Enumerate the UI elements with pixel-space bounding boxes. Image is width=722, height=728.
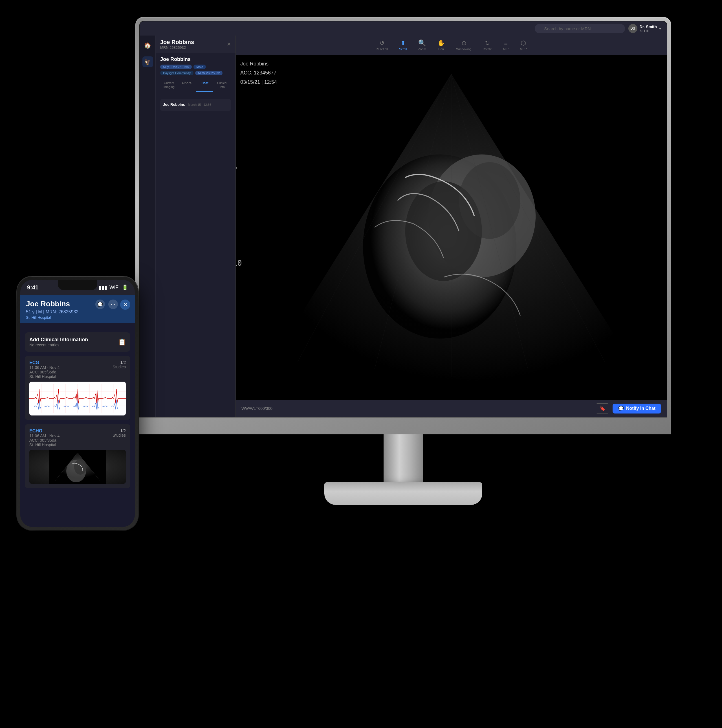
close-icon: ✕ bbox=[123, 301, 127, 308]
tool-windowing-label: Windowing bbox=[456, 47, 471, 51]
tab-priors[interactable]: Priors bbox=[178, 78, 196, 92]
panel-mrn: MRN 26825932 bbox=[160, 46, 194, 50]
echo-section[interactable]: ECHO 11:06 AM · Nov 4 ACC: 005f35da St. … bbox=[25, 424, 130, 488]
patient-full-name: Joe Robbins bbox=[160, 57, 231, 62]
ecg-count-label: Studies bbox=[113, 365, 126, 369]
windowing-icon: ⊙ bbox=[461, 40, 467, 47]
monitor-stand-neck bbox=[384, 434, 423, 485]
user-info: Dr. Smith St. Hill bbox=[639, 24, 657, 32]
pan-icon: ✋ bbox=[437, 40, 445, 47]
wifi-icon: WiFi bbox=[109, 284, 119, 291]
tool-rotate[interactable]: ↻ Rotate bbox=[483, 40, 492, 51]
patient-detail-section: Joe Robbins 51 y · Dec 28 1970 Male Dayl… bbox=[156, 53, 236, 96]
user-name: Dr. Smith bbox=[639, 24, 657, 29]
scroll-icon: ⬆ bbox=[401, 40, 405, 47]
tool-mip-label: MIP bbox=[503, 47, 509, 51]
wl-value: WW/WL=600/300 bbox=[242, 406, 272, 411]
svg-point-4 bbox=[459, 162, 520, 239]
monitor-stand-base bbox=[324, 482, 482, 505]
header-action-icons: 💬 ⋯ bbox=[95, 300, 118, 309]
tool-pan[interactable]: ✋ Pan bbox=[437, 40, 445, 51]
panel-patient-name: Joe Robbins bbox=[160, 39, 194, 46]
clipboard-icon: 📋 bbox=[118, 338, 126, 346]
mrn-badge: MRN 26825932 bbox=[195, 71, 223, 75]
chat-icon[interactable]: 💬 bbox=[95, 300, 105, 309]
phone-body: 9:41 ▮▮▮ WiFi 🔋 Joe Robbins 51 y | M | M… bbox=[17, 277, 138, 530]
chat-section: Joe Robbins March 15 · 12:36 bbox=[156, 96, 236, 116]
nav-imaging-icon[interactable]: 🦅 bbox=[142, 57, 153, 67]
zoom-icon: 🔍 bbox=[418, 40, 426, 47]
tool-windowing[interactable]: ⊙ Windowing bbox=[456, 40, 471, 51]
overlay-patient-name: Joe Robbins bbox=[240, 59, 277, 68]
avatar: DS bbox=[629, 24, 637, 33]
monitor-bezel: 🔍 Search by name or MRN DS Dr. Smith St.… bbox=[139, 21, 667, 418]
tool-zoom-label: Zoom bbox=[418, 47, 426, 51]
chevron-down-icon: ▾ bbox=[659, 26, 661, 31]
clinical-section[interactable]: Add Clinical Information No recent entri… bbox=[25, 332, 130, 352]
nav-home-icon[interactable]: 🏠 bbox=[142, 40, 153, 51]
panel-tabs: CurrentImaging Priors Chat ClinicalInfo bbox=[160, 78, 231, 92]
search-placeholder: Search by name or MRN bbox=[544, 26, 591, 31]
echo-thumbnail bbox=[29, 450, 126, 484]
ecg-acc: ACC: 005f35da bbox=[29, 370, 60, 374]
tool-reset-label: Reset all bbox=[376, 47, 388, 51]
panel-header: Joe Robbins MRN 26825932 ✕ bbox=[156, 35, 236, 53]
phone-status-icons: ▮▮▮ WiFi 🔋 bbox=[99, 284, 128, 291]
mpr-icon: ⬡ bbox=[521, 40, 526, 47]
tool-mip[interactable]: ≡ MIP bbox=[503, 40, 509, 51]
tool-rotate-label: Rotate bbox=[483, 47, 492, 51]
action-buttons: 🔖 💬 Notify in Chat bbox=[596, 403, 661, 413]
tool-scroll[interactable]: ⬆ Scroll bbox=[399, 40, 407, 51]
phone-time: 9:41 bbox=[27, 284, 38, 291]
tab-chat[interactable]: Chat bbox=[196, 78, 214, 92]
search-bar[interactable]: Search by name or MRN bbox=[535, 24, 625, 33]
phone: 9:41 ▮▮▮ WiFi 🔋 Joe Robbins 51 y | M | M… bbox=[17, 277, 138, 530]
ecg-count: 1/2 bbox=[113, 360, 126, 365]
signal-icon: ▮▮▮ bbox=[99, 284, 107, 291]
more-icon[interactable]: ⋯ bbox=[108, 300, 118, 309]
tool-mpr[interactable]: ⬡ MPR bbox=[520, 40, 526, 51]
bottom-bar: WW/WL=600/300 🔖 💬 Notify in Chat bbox=[236, 400, 667, 417]
phone-hospital: St. Hill Hospital bbox=[26, 315, 129, 320]
gender-badge: Male bbox=[193, 64, 206, 69]
user-badge[interactable]: DS Dr. Smith St. Hill ▾ bbox=[629, 24, 661, 33]
echo-thumb-svg bbox=[29, 450, 126, 484]
notify-in-chat-button[interactable]: 💬 Notify in Chat bbox=[613, 404, 661, 413]
user-location: St. Hill bbox=[639, 29, 657, 32]
phone-notch bbox=[58, 280, 97, 290]
badge-row-1: 51 y · Dec 28 1970 Male bbox=[160, 64, 231, 69]
svg-text:10: 10 bbox=[236, 258, 242, 268]
tool-scroll-label: Scroll bbox=[399, 47, 407, 51]
phone-patient-detail: 51 y | M | MRN: 26825932 bbox=[26, 309, 129, 315]
close-panel-button[interactable]: ✕ bbox=[227, 41, 231, 47]
echo-type: ECHO bbox=[29, 428, 60, 434]
side-nav: 🏠 🦅 bbox=[140, 35, 156, 417]
age-badge: 51 y · Dec 28 1970 bbox=[160, 64, 192, 69]
echo-visualization: 5 10 bbox=[236, 55, 667, 400]
tool-pan-label: Pan bbox=[438, 47, 444, 51]
battery-icon: 🔋 bbox=[122, 284, 128, 291]
overlay-date: 03/15/21 | 12:54 bbox=[240, 78, 277, 87]
tab-current-imaging[interactable]: CurrentImaging bbox=[160, 78, 178, 92]
echo-hospital: St. Hill Hospital bbox=[29, 442, 60, 447]
phone-header: Joe Robbins 51 y | M | MRN: 26825932 St.… bbox=[20, 295, 135, 323]
svg-text:5: 5 bbox=[236, 163, 237, 171]
ecg-study-row: ECG 11:06 AM · Nov 4 ACC: 005f35da St. H… bbox=[29, 360, 126, 379]
close-button[interactable]: ✕ bbox=[120, 300, 130, 310]
ecg-section[interactable]: ECG 11:06 AM · Nov 4 ACC: 005f35da St. H… bbox=[25, 356, 130, 420]
clinical-subtitle: No recent entries bbox=[29, 343, 88, 347]
reset-icon: ↺ bbox=[379, 40, 384, 47]
community-badge: Daylight Community bbox=[160, 71, 193, 75]
tab-clinical-info[interactable]: ClinicalInfo bbox=[213, 78, 231, 92]
ecg-chart bbox=[29, 382, 126, 416]
ecg-time: 11:06 AM · Nov 4 bbox=[29, 365, 60, 370]
chat-message: Joe Robbins March 15 · 12:36 bbox=[160, 99, 231, 111]
badge-row-2: Daylight Community MRN 26825932 bbox=[160, 71, 231, 75]
chat-time: March 15 · 12:36 bbox=[188, 103, 211, 106]
toolbar: ↺ Reset all ⬆ Scroll 🔍 Zoom ✋ Pan bbox=[236, 35, 667, 55]
tool-reset[interactable]: ↺ Reset all bbox=[376, 40, 388, 51]
echo-time: 11:06 AM · Nov 4 bbox=[29, 434, 60, 438]
tool-zoom[interactable]: 🔍 Zoom bbox=[418, 40, 426, 51]
echo-study-row: ECHO 11:06 AM · Nov 4 ACC: 005f35da St. … bbox=[29, 428, 126, 447]
bookmark-button[interactable]: 🔖 bbox=[596, 403, 609, 413]
